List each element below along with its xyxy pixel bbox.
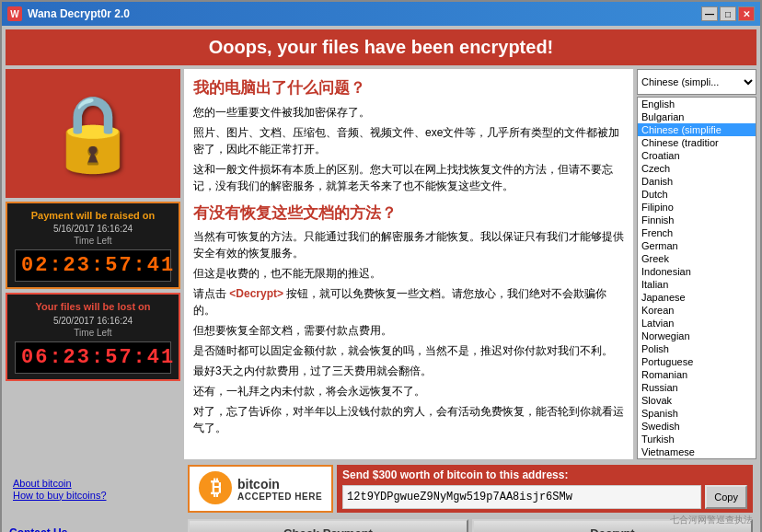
timer1-box: Payment will be raised on 5/16/2017 16:1… [6,202,180,289]
lang-finnish[interactable]: Finnish [638,214,756,226]
section1-p2: 照片、图片、文档、压缩包、音频、视频文件、exe文件等，几乎所有类型的文件都被加… [193,124,624,157]
close-button[interactable]: ✕ [738,6,755,21]
bitcoin-badge: ₿ bitcoin ACCEPTED HERE [188,465,333,513]
lang-italian[interactable]: Italian [638,278,756,291]
header-text: Ooops, your files have been encrypted! [209,37,554,57]
lang-greek[interactable]: Greek [638,252,756,265]
timer2-label: Your files will be lost on [15,300,171,313]
lang-english[interactable]: English [638,98,756,110]
contact-us-link[interactable]: Contact Us [9,526,67,532]
bitcoin-address-input[interactable] [342,485,701,509]
section2-p6: 最好3天之内付款费用，过了三天费用就会翻倍。 [193,363,624,379]
timer2-countdown: 06:23:57:41 [15,341,171,374]
lang-german[interactable]: German [638,239,756,252]
lang-japanese[interactable]: Japanese [638,291,756,304]
main-content: Ooops, your files have been encrypted! 🔒… [2,26,760,532]
lang-czech[interactable]: Czech [638,162,756,175]
header-banner: Ooops, your files have been encrypted! [6,29,756,65]
bottom-section: About bitcoin How to buy bitcoins? ₿ bit… [6,463,756,532]
section1-p3: 这和一般文件损坏有本质上的区别。您大可以在网上找找恢复文件的方法，但请不要忘记，… [193,161,624,194]
title-bar: W Wana Decrypt0r 2.0 — □ ✕ [2,2,760,26]
lang-polish[interactable]: Polish [638,342,756,355]
how-to-buy-link[interactable]: How to buy bitcoins? [13,490,180,501]
window-title: Wana Decrypt0r 2.0 [28,7,701,20]
language-select[interactable]: Chinese (simpli... [637,69,756,95]
section1-title: 我的电脑出了什么问题？ [193,76,624,100]
language-panel: Chinese (simpli... English Bulgarian Chi… [637,69,756,459]
window-controls: — □ ✕ [701,6,755,21]
section2-title: 有没有恢复这些文档的方法？ [193,202,624,226]
lang-norwegian[interactable]: Norwegian [638,330,756,342]
timer1-label: Payment will be raised on [15,209,171,222]
minimize-button[interactable]: — [701,6,718,21]
timer2-wrapper: Your files will be lost on 5/20/2017 16:… [6,293,180,380]
lang-slovak[interactable]: Slovak [638,394,756,407]
section2-p7: 还有，一礼拜之内未付款，将会永远恢复不了。 [193,383,624,399]
timer2-time-label: Time Left [15,328,171,338]
lang-korean[interactable]: Korean [638,304,756,317]
about-bitcoin-link[interactable]: About bitcoin [13,478,180,489]
lang-chinese-traditional[interactable]: Chinese (traditior [638,136,756,149]
lock-icon: 🔒 [47,90,139,177]
timer1-date: 5/16/2017 16:16:24 [15,224,171,234]
lang-french[interactable]: French [638,226,756,239]
send-label: Send $300 worth of bitcoin to this addre… [342,468,747,481]
section2-p5: 是否随时都可以固定金额付款，就会恢复的吗，当然不是，推迟对你付款对我们不利。 [193,342,624,359]
section1-p1: 您的一些重要文件被我加密保存了。 [193,104,624,121]
lang-swedish[interactable]: Swedish [638,420,756,433]
app-icon: W [7,6,22,21]
timer1-time-label: Time Left [15,236,171,246]
section2-p2: 但这是收费的，也不能无限期的推迟。 [193,265,624,282]
lang-portuguese[interactable]: Portuguese [638,355,756,368]
timer2-date: 5/20/2017 16:16:24 [15,316,171,326]
lang-spanish[interactable]: Spanish [638,407,756,420]
address-row: Copy [342,485,747,509]
lang-vietnamese[interactable]: Vietnamese [638,445,756,458]
lang-romanian[interactable]: Romanian [638,368,756,381]
lang-chinese-simplified[interactable]: Chinese (simplifie [638,123,756,136]
lang-danish[interactable]: Danish [638,175,756,188]
section2-p1: 当然有可恢复的方法。只能通过我们的解密服务才能恢复。我以保证只有我们才能够提供安… [193,228,624,261]
lang-croatian[interactable]: Croatian [638,149,756,162]
copy-button[interactable]: Copy [705,485,747,509]
timer1-wrapper: Payment will be raised on 5/16/2017 16:1… [6,202,180,289]
timer1-countdown: 02:23:57:41 [15,249,171,282]
left-panel: 🔒 Payment will be raised on 5/16/2017 16… [6,69,180,459]
maximize-button[interactable]: □ [720,6,736,21]
lang-russian[interactable]: Russian [638,381,756,394]
middle-section: 🔒 Payment will be raised on 5/16/2017 16… [6,69,756,459]
lang-latvian[interactable]: Latvian [638,317,756,330]
bitcoin-address-area: Send $300 worth of bitcoin to this addre… [337,465,753,513]
language-list: English Bulgarian Chinese (simplifie Chi… [637,97,756,459]
lang-turkish[interactable]: Turkish [638,433,756,445]
watermark: 七合河网警巡查执法 [670,514,753,526]
links-panel: About bitcoin How to buy bitcoins? [9,465,184,513]
timer2-box: Your files will be lost on 5/20/2017 16:… [6,293,180,380]
lock-image: 🔒 [6,69,180,198]
section2-p3: 请点击 <Decrypt> 按钮，就可以免费恢复一些文档。请您放心，我们绝对不会… [193,285,624,318]
section2-p4: 但想要恢复全部文档，需要付款点费用。 [193,322,624,339]
lang-dutch[interactable]: Dutch [638,188,756,201]
section2-p8: 对了，忘了告诉你，对半年以上没钱付款的穷人，会有活动免费恢复，能否轮到你就看运气… [193,403,624,436]
main-window: W Wana Decrypt0r 2.0 — □ ✕ Ooops, your f… [0,0,762,532]
bitcoin-logo: ₿ [199,471,232,504]
bitcoin-text: bitcoin [237,477,322,492]
check-payment-button[interactable]: Check Payment [188,519,468,532]
bitcoin-accepted-text: ACCEPTED HERE [237,492,322,502]
lang-indonesian[interactable]: Indonesian [638,265,756,278]
lang-filipino[interactable]: Filipino [638,201,756,214]
content-panel: 我的电脑出了什么问题？ 您的一些重要文件被我加密保存了。 照片、图片、文档、压缩… [184,69,633,459]
lang-bulgarian[interactable]: Bulgarian [638,110,756,123]
